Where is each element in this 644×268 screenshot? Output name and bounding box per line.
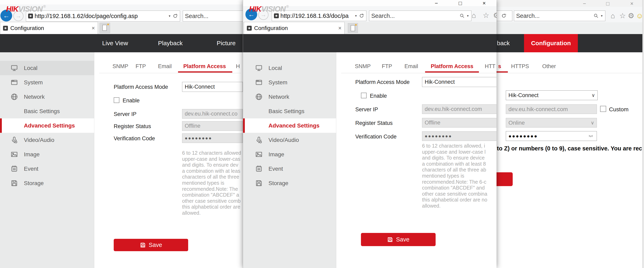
refresh-icon[interactable] bbox=[501, 13, 506, 19]
nav-configuration-active[interactable]: Configuration bbox=[524, 34, 578, 52]
home-icon[interactable]: ⌂ bbox=[610, 12, 615, 20]
address-dropdown-icon[interactable]: ▼ bbox=[168, 14, 171, 18]
server-ip-field: dev.eu.hik-connect.com bbox=[506, 104, 597, 114]
tab-configuration[interactable]: Configuration × bbox=[244, 22, 344, 34]
sidebar-item-image[interactable]: Image bbox=[243, 147, 336, 162]
tab-ftp[interactable]: FTP bbox=[382, 62, 392, 71]
favorites-star-icon[interactable]: ☆ bbox=[483, 11, 489, 20]
verification-code-field[interactable]: ●●●●●●●● bbox=[182, 133, 243, 143]
sidebar-item-basic-settings[interactable]: Basic Settings bbox=[243, 104, 336, 118]
favorites-star-icon[interactable]: ☆ bbox=[619, 12, 626, 20]
tab-platform-access-partial[interactable]: s bbox=[498, 62, 501, 71]
sidebar-item-local[interactable]: Local bbox=[243, 61, 336, 75]
close-button[interactable]: × bbox=[478, 0, 490, 7]
maximize-button[interactable]: □ bbox=[454, 0, 466, 7]
sidebar-item-network[interactable]: Network bbox=[0, 90, 94, 104]
save-button[interactable]: Save bbox=[114, 239, 188, 251]
tab-close-icon[interactable]: × bbox=[92, 25, 95, 31]
platform-access-mode-label: Platform Access Mode bbox=[355, 79, 410, 85]
platform-access-mode-select[interactable]: Hik-Connect ∨ bbox=[506, 90, 598, 100]
search-icon[interactable] bbox=[594, 13, 599, 19]
address-dropdown-icon[interactable]: ▼ bbox=[354, 14, 357, 18]
tab-email[interactable]: Email bbox=[158, 62, 172, 71]
refresh-icon[interactable] bbox=[359, 13, 364, 19]
minimize-button[interactable]: − bbox=[431, 0, 442, 7]
maximize-icon: □ bbox=[606, 1, 610, 7]
sidebar-item-basic-settings[interactable]: Basic Settings bbox=[0, 104, 94, 118]
tab-ftp[interactable]: FTP bbox=[136, 62, 146, 71]
sidebar: Local System Network Basic Settings Adva… bbox=[243, 52, 336, 268]
tab-close-icon[interactable]: × bbox=[338, 25, 342, 31]
sidebar-item-network[interactable]: Network bbox=[243, 90, 336, 104]
save-button[interactable]: Save bbox=[361, 233, 436, 246]
url-text[interactable]: http://192.168.1.63/doc/pa bbox=[280, 13, 353, 19]
search-dropdown-icon[interactable]: ▼ bbox=[600, 14, 603, 18]
sidebar-item-event[interactable]: Event bbox=[0, 162, 94, 176]
maximize-button[interactable]: □ bbox=[602, 1, 614, 7]
search-placeholder[interactable]: Search... bbox=[371, 13, 458, 19]
sidebar-item-video-audio[interactable]: Video/Audio bbox=[0, 133, 94, 147]
mode-value: Hik-Connect bbox=[508, 92, 538, 98]
enable-checkbox[interactable] bbox=[114, 97, 119, 103]
address-bar[interactable]: http://192.168.1.62/doc/page/config.asp … bbox=[26, 11, 180, 22]
address-bar-refresh-stub[interactable] bbox=[496, 11, 512, 21]
sidebar-item-image[interactable]: Image bbox=[0, 147, 94, 162]
sidebar-item-system[interactable]: System bbox=[0, 75, 94, 90]
search-box[interactable]: Search... ▼ bbox=[514, 11, 605, 21]
mic-icon bbox=[255, 136, 262, 144]
settings-gear-icon[interactable]: ⚙ bbox=[628, 12, 634, 20]
nav-picture[interactable]: Picture bbox=[217, 34, 236, 52]
tab-snmp[interactable]: SNMP bbox=[355, 62, 371, 71]
sidebar-item-event[interactable]: Event bbox=[243, 162, 336, 176]
sidebar-item-advanced-settings[interactable]: Advanced Settings bbox=[0, 118, 94, 133]
new-tab-button[interactable]: * bbox=[100, 23, 110, 33]
sidebar-label: Local bbox=[268, 61, 282, 75]
settings-gear-icon[interactable]: ⚙ bbox=[493, 11, 496, 20]
verification-code-field[interactable]: ●●●●●●●● bbox=[506, 131, 597, 141]
platform-access-mode-select[interactable]: Hik-Connect bbox=[422, 77, 496, 87]
logo-vision: VISION bbox=[18, 5, 42, 13]
sidebar: Local System Network Basic Settings Adva… bbox=[0, 52, 94, 268]
sidebar-item-storage[interactable]: Storage bbox=[243, 176, 336, 190]
feedback-smiley-icon[interactable]: ☺ bbox=[636, 12, 642, 20]
tab-configuration[interactable]: Configuration × bbox=[0, 22, 98, 34]
enable-checkbox[interactable] bbox=[361, 93, 366, 98]
verification-code-field[interactable]: ●●●●●●●● bbox=[422, 131, 496, 141]
search-box[interactable]: Search... ▼ bbox=[183, 11, 243, 22]
nav-playback[interactable]: Playback bbox=[158, 34, 183, 52]
search-icon[interactable] bbox=[460, 13, 465, 19]
save-button-partial[interactable] bbox=[496, 172, 513, 186]
tab-platform-access[interactable]: Platform Access bbox=[183, 62, 226, 71]
url-text[interactable]: http://192.168.1.62/doc/page/config.asp bbox=[34, 13, 166, 20]
refresh-icon[interactable] bbox=[172, 13, 178, 19]
search-placeholder[interactable]: Search... bbox=[185, 13, 243, 20]
platform-access-mode-select[interactable]: Hik-Connect bbox=[182, 82, 243, 92]
sidebar-item-storage[interactable]: Storage bbox=[0, 176, 94, 190]
tab-platform-access[interactable]: Platform Access bbox=[431, 62, 474, 71]
globe-icon bbox=[10, 93, 18, 100]
minimize-button[interactable]: − bbox=[579, 1, 590, 7]
home-icon[interactable]: ⌂ bbox=[472, 11, 476, 20]
sidebar-item-video-audio[interactable]: Video/Audio bbox=[243, 133, 336, 147]
tab-https-partial[interactable]: H bbox=[236, 62, 240, 71]
nav-playback-partial[interactable]: back bbox=[497, 34, 510, 52]
sidebar-item-system[interactable]: System bbox=[243, 75, 336, 90]
tab-other[interactable]: Other bbox=[542, 62, 556, 71]
new-tab-button[interactable]: * bbox=[348, 23, 358, 33]
active-indicator bbox=[243, 118, 245, 133]
search-placeholder[interactable]: Search... bbox=[516, 13, 592, 19]
search-dropdown-icon[interactable]: ▼ bbox=[466, 14, 469, 18]
eye-closed-icon[interactable] bbox=[587, 133, 594, 139]
tab-https-partial[interactable]: HTT bbox=[485, 62, 495, 71]
tab-https[interactable]: HTTPS bbox=[511, 62, 529, 71]
close-button[interactable]: × bbox=[626, 1, 638, 7]
tab-email[interactable]: Email bbox=[404, 62, 418, 71]
sidebar-item-local[interactable]: Local bbox=[0, 61, 94, 75]
custom-checkbox[interactable] bbox=[600, 106, 606, 112]
tab-snmp[interactable]: SNMP bbox=[112, 62, 128, 71]
search-box[interactable]: Search... ▼ bbox=[369, 11, 472, 21]
nav-live-view[interactable]: Live View bbox=[102, 34, 128, 52]
save-label: Save bbox=[149, 242, 162, 248]
logo-hik: HIK bbox=[6, 5, 18, 13]
sidebar-item-advanced-settings[interactable]: Advanced Settings bbox=[243, 118, 336, 133]
